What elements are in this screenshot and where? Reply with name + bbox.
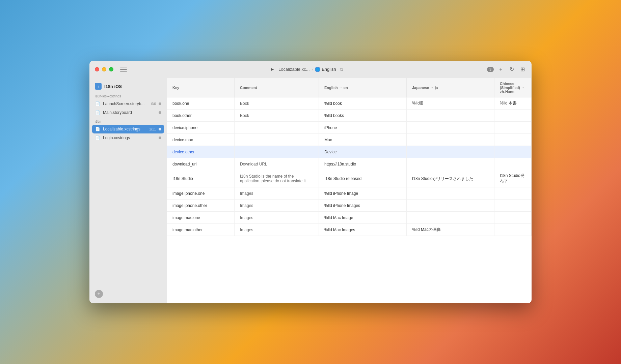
col-header-japanese: Japanese → ja <box>407 78 494 97</box>
col-header-key: Key <box>167 78 235 97</box>
cell-key: device.other <box>167 146 235 158</box>
sidebar-item-badge: 2/11 <box>150 127 156 131</box>
window-body: i I18n iOS i18n-ios-xcstrings 📄 LaunchSc… <box>89 78 532 303</box>
play-button[interactable] <box>269 66 276 73</box>
cell-key: I18n Studio <box>167 170 235 187</box>
refresh-button[interactable]: ↻ <box>508 66 515 73</box>
titlebar-center: Localizable.xc... › 🌐 English ⇅ <box>131 66 483 73</box>
table-row[interactable]: download_url Download URL https://i18n.s… <box>167 158 532 170</box>
titlebar: Localizable.xc... › 🌐 English ⇅ 3 + ↻ ⊞ <box>89 61 532 78</box>
table-row[interactable]: image.mac.other Images %lld Mac Images %… <box>167 224 532 236</box>
sidebar-item-badge: 0/0 <box>151 102 156 106</box>
sidebar-item-label: Main.storyboard <box>103 110 156 115</box>
cell-japanese <box>407 187 494 199</box>
minimize-button[interactable] <box>102 67 106 71</box>
table-row[interactable]: image.iphone.one Images %lld iPhone Imag… <box>167 187 532 200</box>
table-row[interactable]: image.mac.one Images %lld Mac Image <box>167 212 532 224</box>
col-header-english: English → en <box>319 78 407 97</box>
issues-badge: 3 <box>487 67 494 72</box>
table-header: Key Comment English → en Japanese → ja C… <box>167 78 532 97</box>
project-title: I18n iOS <box>104 84 122 89</box>
cell-english: Mac <box>319 134 407 146</box>
traffic-lights <box>95 67 113 71</box>
cell-english: I18n Studio released <box>319 170 407 187</box>
cell-english: %lld Mac Images <box>319 224 407 236</box>
cell-comment: Images <box>235 187 319 199</box>
cell-japanese: %lld冊 <box>407 97 494 109</box>
cell-chinese <box>494 158 532 170</box>
table-row[interactable]: book.one Book %lld book %lld冊 %lld 本書 <box>167 97 532 110</box>
sidebar-item-dot <box>159 128 161 130</box>
cell-japanese: %lld Macの画像 <box>407 224 494 236</box>
breadcrumb-separator: › <box>312 67 313 71</box>
cell-english: %lld book <box>319 97 407 109</box>
cell-key: book.one <box>167 97 235 109</box>
sort-button[interactable]: ⇅ <box>338 66 345 73</box>
project-icon: i <box>95 83 102 90</box>
cell-english: %lld Mac Image <box>319 212 407 223</box>
sidebar-item-launchscreen[interactable]: 📄 LaunchScreen.storyb... 0/0 <box>89 99 167 108</box>
table-row[interactable]: device.mac Mac <box>167 134 532 146</box>
cell-key: image.iphone.other <box>167 200 235 211</box>
table-row[interactable]: image.iphone.other Images %lld iPhone Im… <box>167 200 532 212</box>
table-row[interactable]: device.iphone iPhone <box>167 122 532 134</box>
cell-key: book.other <box>167 110 235 121</box>
sidebar-item-login[interactable]: 📄 Login.xcstrings <box>89 133 167 142</box>
add-button[interactable]: + <box>497 66 505 73</box>
cell-japanese: I18n Studioがリリースされました <box>407 170 494 187</box>
sidebar-section-header-1: i18n-ios-xcstrings <box>89 92 167 99</box>
cell-chinese <box>494 134 532 146</box>
cell-chinese <box>494 146 532 158</box>
table-row-device-other[interactable]: device.other Device <box>167 146 532 158</box>
cell-chinese <box>494 212 532 223</box>
file-icon: 📄 <box>95 135 100 141</box>
sidebar-item-label: Localizable.xcstrings <box>103 127 147 131</box>
sidebar-item-label: Login.xcstrings <box>103 135 156 140</box>
cell-chinese <box>494 224 532 236</box>
cell-chinese <box>494 122 532 133</box>
cell-japanese <box>407 200 494 211</box>
lang-icon: 🌐 <box>315 67 320 72</box>
col-header-chinese: Chinese (Simplified) → zh-Hans <box>494 78 532 97</box>
main-content: Key Comment English → en Japanese → ja C… <box>167 78 532 303</box>
cell-english: %lld iPhone Images <box>319 200 407 211</box>
cell-chinese <box>494 187 532 199</box>
cell-comment: Book <box>235 97 319 109</box>
project-header: i I18n iOS <box>89 81 167 92</box>
sidebar: i I18n iOS i18n-ios-xcstrings 📄 LaunchSc… <box>89 78 167 303</box>
cell-comment: Download URL <box>235 158 319 170</box>
sidebar-item-dot <box>159 102 161 105</box>
file-icon: 📄 <box>95 110 100 115</box>
cell-comment: Images <box>235 200 319 211</box>
cell-chinese: %lld 本書 <box>494 97 532 109</box>
cell-comment: Images <box>235 212 319 223</box>
cell-japanese <box>407 146 494 158</box>
sidebar-item-mainstoryboard[interactable]: 📄 Main.storyboard <box>89 108 167 117</box>
table-body: book.one Book %lld book %lld冊 %lld 本書 bo… <box>167 97 532 303</box>
sidebar-item-localizable[interactable]: 📄 Localizable.xcstrings 2/11 <box>92 125 164 133</box>
col-header-comment: Comment <box>235 78 319 97</box>
add-project-button[interactable]: + <box>95 290 103 298</box>
sidebar-item-label: LaunchScreen.storyb... <box>103 101 148 106</box>
cell-key: device.mac <box>167 134 235 146</box>
cell-key: download_url <box>167 158 235 170</box>
table-row[interactable]: book.other Book %lld books <box>167 110 532 122</box>
layout-button[interactable]: ⊞ <box>519 66 526 73</box>
breadcrumb: Localizable.xc... › 🌐 English ⇅ <box>278 66 345 73</box>
maximize-button[interactable] <box>109 67 113 71</box>
breadcrumb-language[interactable]: 🌐 English <box>315 67 336 72</box>
cell-comment <box>235 146 319 158</box>
close-button[interactable] <box>95 67 99 71</box>
cell-key: device.iphone <box>167 122 235 133</box>
breadcrumb-project[interactable]: Localizable.xc... <box>278 67 310 72</box>
cell-comment <box>235 134 319 146</box>
cell-japanese <box>407 134 494 146</box>
sidebar-toggle-button[interactable] <box>120 67 127 72</box>
cell-chinese <box>494 200 532 211</box>
cell-comment: Images <box>235 224 319 236</box>
cell-english: iPhone <box>319 122 407 133</box>
breadcrumb-lang-label: English <box>322 67 336 72</box>
cell-japanese <box>407 158 494 170</box>
cell-japanese <box>407 212 494 223</box>
table-row-i18n-studio[interactable]: I18n Studio I18n Studio is the name of t… <box>167 170 532 187</box>
